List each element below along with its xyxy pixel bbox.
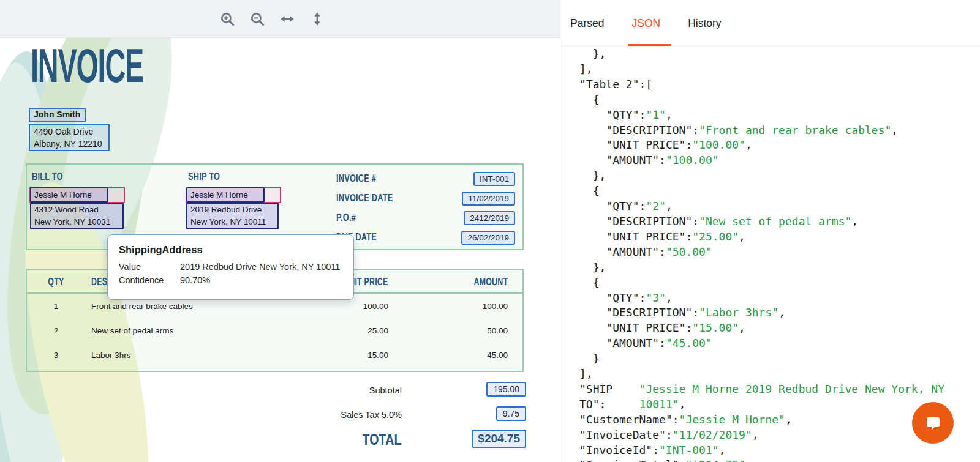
- invoice-number-row: INVOICE # INT-001: [336, 171, 515, 187]
- subtotal-label: Subtotal: [369, 386, 402, 395]
- tooltip-field-name: ShippingAddress: [119, 244, 342, 256]
- invoice-date-row: INVOICE DATE 11/02/2019: [336, 190, 515, 206]
- json-line: "UNIT PRICE":"15.00",: [579, 321, 944, 336]
- invoice-document: INVOICE John Smith 4490 Oak Drive Albany…: [0, 38, 560, 462]
- zoom-in-button[interactable]: [218, 10, 236, 28]
- table-row: 3Labor 3hrs15.0045.00: [27, 343, 522, 367]
- json-line: "DESCRIPTION":"Labor 3hrs",: [579, 305, 944, 321]
- json-line: "Table 2":[: [579, 77, 944, 92]
- bill-to-label: BILL TO: [32, 171, 74, 183]
- field-box-ship-to-address[interactable]: 2019 Redbud Drive New York, NY 10011: [186, 203, 279, 229]
- qty-header: QTY: [48, 276, 64, 288]
- invoice-date-label: INVOICE DATE: [336, 192, 412, 204]
- json-line: "UNIT PRICE":"100.00",: [579, 138, 944, 153]
- field-box-bill-to-name[interactable]: Jessie M Horne: [30, 187, 108, 203]
- po-number-label: P.O.#: [336, 212, 363, 224]
- json-line: {: [579, 92, 944, 108]
- due-date-row: DUE DATE 26/02/2019: [336, 229, 515, 245]
- json-line: "AMOUNT":"100.00": [579, 153, 944, 168]
- json-line: ],: [579, 367, 944, 382]
- table-cell: 100.00: [483, 302, 522, 311]
- table-cell: 25.00: [368, 326, 388, 335]
- field-box-ship-to-name[interactable]: Jessie M Horne: [186, 187, 265, 203]
- zoom-out-icon: [249, 11, 265, 27]
- json-line: "DESCRIPTION":"Front and rear brake cabl…: [579, 123, 944, 138]
- field-box-due-date[interactable]: 26/02/2019: [461, 231, 515, 245]
- table-cell: 15.00: [368, 351, 388, 360]
- table-cell: 50.00: [487, 326, 522, 335]
- results-tabs: Parsed JSON History: [560, 0, 980, 47]
- sender-address-line2: Albany, NY 12210: [34, 138, 105, 150]
- table-cell: Labor 3hrs: [85, 351, 272, 360]
- json-line: },: [579, 47, 944, 62]
- field-tooltip: ShippingAddress Value 2019 Redbud Drive …: [107, 234, 354, 300]
- fit-width-button[interactable]: [278, 10, 296, 28]
- tab-parsed[interactable]: Parsed: [569, 17, 605, 46]
- amount-header: AMOUNT: [473, 276, 508, 288]
- json-line: },: [579, 260, 944, 275]
- json-line: "AMOUNT":"50.00": [579, 245, 944, 260]
- table-cell: 1: [54, 302, 59, 311]
- document-viewer-panel: INVOICE John Smith 4490 Oak Drive Albany…: [0, 0, 560, 462]
- fit-width-icon: [279, 11, 295, 27]
- invoice-title: INVOICE: [31, 42, 143, 89]
- json-line: },: [579, 168, 944, 184]
- items-rows: 1Front and rear brake cables100.00100.00…: [27, 294, 522, 371]
- tooltip-value-label: Value: [119, 262, 180, 272]
- field-box-invoice-number[interactable]: INT-001: [473, 172, 515, 186]
- field-box-subtotal[interactable]: 195.00: [486, 382, 526, 397]
- field-box-total[interactable]: $204.75: [472, 430, 526, 448]
- field-box-sales-tax[interactable]: 9.75: [496, 406, 526, 421]
- viewer-toolbar: [0, 0, 560, 38]
- field-box-sender-name[interactable]: John Smith: [29, 108, 86, 122]
- document-parser-app: INVOICE John Smith 4490 Oak Drive Albany…: [0, 0, 980, 462]
- zoom-out-button[interactable]: [248, 10, 266, 28]
- bill-to-address-line1: 4312 Wood Road: [34, 204, 119, 216]
- table-row: 2New set of pedal arms25.0050.00: [27, 318, 522, 343]
- field-box-invoice-date[interactable]: 11/02/2019: [462, 192, 515, 206]
- json-line: "CustomerName":"Jessie M Horne",: [579, 412, 944, 428]
- po-number-row: P.O.# 2412/2019: [336, 210, 515, 226]
- json-line: "DESCRIPTION":"New set of pedal arms",: [579, 214, 944, 229]
- json-line: ],: [579, 62, 944, 77]
- json-line: {: [579, 184, 944, 199]
- tab-history[interactable]: History: [687, 17, 722, 46]
- chat-bubble-icon: [921, 411, 944, 434]
- ship-to-address-line2: New York, NY 10011: [190, 216, 274, 228]
- json-line: "AMOUNT":"45.00": [579, 336, 944, 351]
- total-label: TOTAL: [349, 430, 402, 449]
- json-line: "UNIT PRICE":"25.00",: [579, 229, 944, 245]
- zoom-in-icon: [219, 11, 235, 27]
- json-line: TO": 10011",: [579, 397, 944, 412]
- field-box-sender-address[interactable]: 4490 Oak Drive Albany, NY 12210: [29, 124, 110, 151]
- table-cell: 100.00: [363, 302, 388, 311]
- json-line: "InvoiceDate":"11/02/2019",: [579, 428, 944, 443]
- json-line: }: [579, 351, 944, 367]
- fit-height-icon: [309, 11, 325, 27]
- invoice-meta-column: INVOICE # INT-001 INVOICE DATE 11/02/201…: [336, 171, 515, 245]
- json-line: "SHIP "Jessie M Horne 2019 Redbud Drive …: [579, 382, 944, 397]
- sales-tax-label: Sales Tax 5.0%: [341, 410, 402, 420]
- json-line: {: [579, 275, 944, 291]
- tooltip-confidence-label: Confidence: [119, 275, 180, 285]
- json-line: "QTY":"2",: [579, 199, 944, 214]
- json-line: "Invoice Total":"$204.75": [579, 458, 944, 462]
- field-box-bill-to-address[interactable]: 4312 Wood Road New York, NY 10031: [30, 203, 124, 229]
- table-cell: 3: [54, 351, 59, 360]
- invoice-number-label: INVOICE #: [336, 173, 390, 185]
- fit-height-button[interactable]: [308, 10, 326, 28]
- json-line: "InvoiceId":"INT-001",: [579, 443, 944, 458]
- ship-to-address-line1: 2019 Redbud Drive: [190, 204, 274, 216]
- table-cell: Front and rear brake cables: [85, 302, 272, 311]
- bill-to-address-line2: New York, NY 10031: [34, 216, 119, 228]
- table-cell: New set of pedal arms: [85, 326, 272, 335]
- tab-json[interactable]: JSON: [630, 17, 662, 46]
- tooltip-confidence: 90.70%: [180, 275, 210, 285]
- table-cell: 45.00: [487, 351, 522, 360]
- json-line: "QTY":"3",: [579, 291, 944, 306]
- chat-support-button[interactable]: [912, 402, 954, 444]
- table-cell: 2: [54, 326, 59, 335]
- field-box-po-number[interactable]: 2412/2019: [464, 211, 515, 225]
- ship-to-label: SHIP TO: [188, 171, 231, 183]
- results-panel: },],"Table 2":[ { "QTY":"1", "DESCRIPTIO…: [560, 0, 980, 462]
